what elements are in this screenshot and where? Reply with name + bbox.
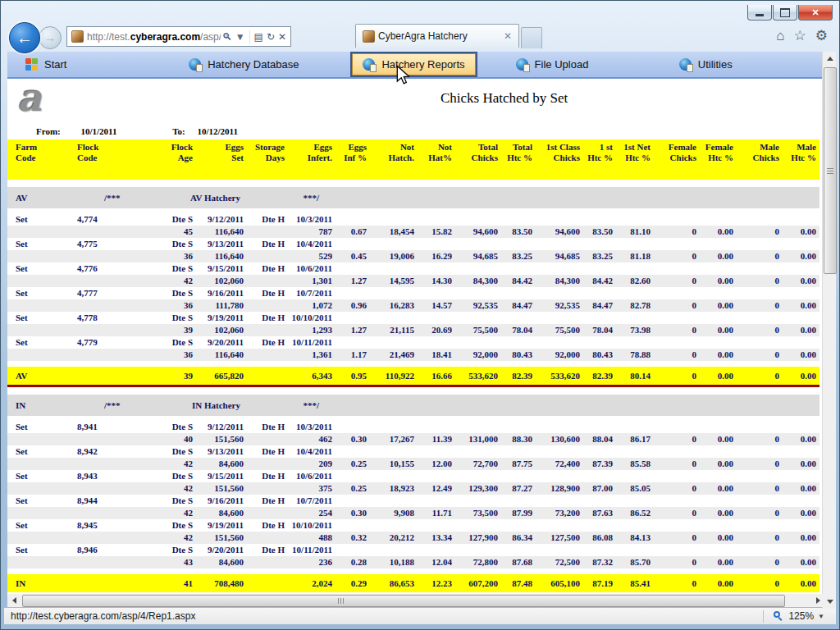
cell: 36 bbox=[130, 349, 196, 361]
tab-favicon-icon bbox=[363, 30, 375, 43]
forward-button[interactable]: → bbox=[39, 26, 62, 49]
cell: Set bbox=[7, 519, 57, 532]
cell bbox=[247, 433, 288, 445]
cell: 0 bbox=[654, 226, 700, 238]
cell: 0.00 bbox=[700, 349, 737, 361]
scroll-left-button[interactable] bbox=[7, 594, 21, 607]
home-icon[interactable]: ⌂ bbox=[776, 29, 784, 43]
zoom-control[interactable]: 125% ▼ bbox=[763, 610, 836, 623]
cell bbox=[7, 324, 57, 336]
vertical-scroll-thumb[interactable] bbox=[824, 67, 837, 274]
cell: 131,000 bbox=[455, 433, 501, 445]
browser-window: ✕ ← → http://test.cyberagra.com/asp/rep/… bbox=[0, 0, 840, 630]
cell bbox=[370, 238, 418, 250]
minimize-icon bbox=[756, 14, 764, 16]
cell bbox=[616, 287, 654, 299]
cell bbox=[455, 421, 501, 433]
cell: 0 bbox=[654, 574, 700, 592]
cell bbox=[7, 556, 57, 568]
cell bbox=[783, 238, 819, 250]
cell bbox=[783, 336, 819, 349]
cell: 130,600 bbox=[536, 433, 583, 445]
new-tab-stub[interactable] bbox=[521, 27, 542, 48]
cell: 8,941 bbox=[57, 421, 130, 433]
cell: 87.63 bbox=[583, 507, 616, 519]
cell: 11.71 bbox=[418, 507, 455, 519]
mouse-cursor bbox=[396, 65, 411, 86]
cell: Dte S bbox=[130, 544, 196, 556]
cell bbox=[7, 482, 57, 495]
close-button[interactable]: ✕ bbox=[798, 5, 833, 21]
nav-item-utilities[interactable]: Utilities bbox=[679, 58, 733, 71]
cell bbox=[583, 287, 616, 299]
set-info-row: Set4,776Dte S9/15/2011Dte H10/6/2011 bbox=[7, 262, 819, 275]
cell: 0.00 bbox=[700, 226, 737, 238]
nav-item-hatchery-reports[interactable]: Hatchery Reports bbox=[352, 53, 475, 75]
cell: 110,922 bbox=[370, 367, 418, 385]
column-header: NotHatch. bbox=[370, 139, 418, 180]
cell: 72,700 bbox=[455, 458, 501, 470]
globe-page-icon bbox=[363, 58, 375, 71]
cell bbox=[455, 495, 501, 507]
favorites-star-icon[interactable]: ☆ bbox=[794, 29, 806, 43]
refresh-icon[interactable]: ↻ bbox=[267, 32, 275, 42]
back-button[interactable]: ← bbox=[9, 22, 40, 53]
cell: 787 bbox=[288, 226, 336, 238]
cell: 86.08 bbox=[583, 532, 616, 544]
cell bbox=[247, 367, 288, 385]
search-icon[interactable]: 🔍︎ bbox=[222, 32, 232, 42]
stop-icon[interactable]: ✕ bbox=[278, 32, 286, 42]
cell bbox=[336, 287, 370, 299]
cell: 0.00 bbox=[783, 324, 819, 336]
horizontal-scrollbar[interactable] bbox=[7, 594, 824, 607]
cell bbox=[336, 470, 370, 482]
cell bbox=[737, 238, 783, 250]
set-data-row: 36116,6405290.4519,00616.2994,68583.2594… bbox=[7, 250, 819, 262]
cell: 88.30 bbox=[501, 433, 536, 445]
cell: 42 bbox=[130, 458, 196, 470]
cell: 151,560 bbox=[196, 433, 247, 445]
zoom-dropdown-icon[interactable]: ▼ bbox=[818, 613, 824, 620]
address-url[interactable]: http://test.cyberagra.com/asp/rep/Viewer… bbox=[87, 31, 221, 43]
compatibility-view-icon[interactable]: ▤ bbox=[254, 32, 263, 42]
spacer-row bbox=[7, 180, 819, 187]
cell: 73,500 bbox=[455, 507, 501, 519]
maximize-button[interactable] bbox=[773, 5, 797, 21]
cell: 14,595 bbox=[370, 275, 418, 287]
cell: 82.60 bbox=[616, 275, 654, 287]
cell: 533,620 bbox=[455, 367, 501, 385]
cell: 116,640 bbox=[196, 349, 247, 361]
cell: 0 bbox=[737, 532, 783, 544]
cell: 127,500 bbox=[536, 532, 583, 544]
cell bbox=[418, 445, 455, 458]
cell bbox=[783, 213, 819, 226]
scroll-right-button[interactable] bbox=[811, 594, 824, 607]
cell bbox=[7, 226, 57, 238]
horizontal-scroll-thumb[interactable] bbox=[22, 595, 785, 607]
cell: 0.25 bbox=[336, 458, 370, 470]
nav-item-hatchery-database[interactable]: Hatchery Database bbox=[189, 58, 299, 71]
settings-gear-icon[interactable]: ⚙ bbox=[815, 29, 828, 43]
scroll-down-button[interactable] bbox=[823, 595, 837, 609]
browser-tab[interactable]: CyberAgra Hatchery ✕ bbox=[355, 24, 519, 48]
cell: 10/3/2011 bbox=[288, 213, 336, 226]
address-bar[interactable]: http://test.cyberagra.com/asp/rep/Viewer… bbox=[66, 26, 291, 47]
minimize-button[interactable] bbox=[747, 5, 772, 21]
cell bbox=[583, 213, 616, 226]
cell: 87.48 bbox=[501, 574, 536, 592]
scroll-up-button[interactable] bbox=[823, 52, 837, 66]
cell: 14.57 bbox=[418, 299, 455, 312]
cell bbox=[583, 336, 616, 349]
cell: 10/10/2011 bbox=[288, 519, 336, 532]
section-code: AV bbox=[7, 193, 104, 203]
cell: 84.42 bbox=[501, 275, 536, 287]
cell bbox=[654, 495, 700, 507]
nav-item-file-upload[interactable]: File Upload bbox=[516, 58, 589, 71]
nav-item-start[interactable]: Start bbox=[25, 58, 66, 71]
vertical-scrollbar[interactable] bbox=[822, 52, 836, 609]
cell: 84.13 bbox=[616, 532, 654, 544]
cell: Set bbox=[7, 470, 57, 482]
tab-close-icon[interactable]: ✕ bbox=[502, 30, 514, 42]
address-dropdown-icon[interactable]: ▼ bbox=[235, 32, 245, 42]
cell bbox=[501, 470, 536, 482]
